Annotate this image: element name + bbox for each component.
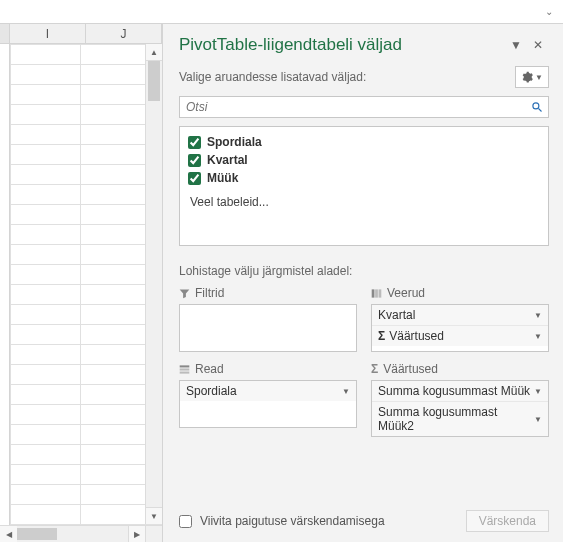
pane-title: PivotTable-liigendtabeli väljad <box>179 35 505 55</box>
filters-dropzone[interactable] <box>179 304 357 352</box>
area-item-label: Summa kogusummast Müük <box>378 384 530 398</box>
column-headers: I J <box>0 24 162 44</box>
area-title: Read <box>195 362 224 376</box>
scroll-thumb[interactable] <box>17 528 57 540</box>
columns-icon <box>371 288 382 299</box>
defer-layout-label: Viivita paigutuse värskendamisega <box>200 514 458 528</box>
area-item-label: Kvartal <box>378 308 415 322</box>
svg-rect-3 <box>375 289 378 297</box>
gear-icon <box>521 71 533 83</box>
svg-rect-7 <box>180 371 190 373</box>
area-item[interactable]: Summa kogusummast Müük2 ▼ <box>372 402 548 436</box>
area-title: Väärtused <box>383 362 438 376</box>
caret-down-icon[interactable]: ▼ <box>534 311 542 320</box>
field-label: Müük <box>207 171 238 185</box>
area-item-label: Väärtused <box>389 329 444 343</box>
svg-point-0 <box>533 103 539 109</box>
more-tables-link[interactable]: Veel tabeleid... <box>188 187 540 209</box>
scroll-up-button[interactable]: ▲ <box>146 44 162 61</box>
values-dropzone[interactable]: Summa kogusummast Müük ▼ Summa kogusumma… <box>371 380 549 437</box>
caret-down-icon[interactable]: ▼ <box>534 332 542 341</box>
rows-icon <box>179 364 190 375</box>
field-item[interactable]: Spordiala <box>188 133 540 151</box>
scroll-left-button[interactable]: ◀ <box>0 526 17 542</box>
field-label: Spordiala <box>207 135 262 149</box>
caret-down-icon: ▼ <box>535 73 543 82</box>
columns-area: Veerud Kvartal ▼ ΣVäärtused ▼ <box>371 286 549 352</box>
spreadsheet-grid[interactable]: I J ▲ ▼ ◀ ▶ <box>0 24 163 542</box>
caret-down-icon[interactable]: ▼ <box>342 387 350 396</box>
grid-cells[interactable] <box>0 44 162 542</box>
formula-bar-strip: ⌄ <box>0 0 563 24</box>
svg-line-1 <box>539 109 542 112</box>
search-icon[interactable] <box>526 101 548 113</box>
rows-area: Read Spordiala ▼ <box>179 362 357 437</box>
column-header[interactable]: J <box>86 24 162 44</box>
area-item[interactable]: Kvartal ▼ <box>372 305 548 326</box>
values-area: Σ Väärtused Summa kogusummast Müük ▼ Sum… <box>371 362 549 437</box>
columns-dropzone[interactable]: Kvartal ▼ ΣVäärtused ▼ <box>371 304 549 352</box>
choose-fields-label: Valige aruandesse lisatavad väljad: <box>179 70 515 84</box>
scroll-right-button[interactable]: ▶ <box>128 526 145 542</box>
field-checkbox[interactable] <box>188 154 201 167</box>
expand-chevron-icon[interactable]: ⌄ <box>545 6 553 17</box>
refresh-button: Värskenda <box>466 510 549 532</box>
area-item[interactable]: Spordiala ▼ <box>180 381 356 401</box>
close-pane-button[interactable]: ✕ <box>527 34 549 56</box>
horizontal-scrollbar[interactable]: ◀ ▶ <box>0 525 145 542</box>
area-item[interactable]: ΣVäärtused ▼ <box>372 326 548 346</box>
scroll-thumb[interactable] <box>148 61 160 101</box>
svg-rect-5 <box>180 365 190 367</box>
drag-areas-label: Lohistage välju järgmistel aladel: <box>163 246 563 286</box>
field-label: Kvartal <box>207 153 248 167</box>
scroll-corner <box>145 525 162 542</box>
pivottable-fields-pane: PivotTable-liigendtabeli väljad ▼ ✕ Vali… <box>163 24 563 542</box>
field-item[interactable]: Kvartal <box>188 151 540 169</box>
area-title: Veerud <box>387 286 425 300</box>
scroll-down-button[interactable]: ▼ <box>146 507 162 524</box>
field-list-settings-button[interactable]: ▼ <box>515 66 549 88</box>
search-fields-box[interactable] <box>179 96 549 118</box>
sigma-icon: Σ <box>371 362 378 376</box>
caret-down-icon[interactable]: ▼ <box>534 387 542 396</box>
column-header[interactable]: I <box>10 24 86 44</box>
vertical-scrollbar[interactable]: ▲ ▼ <box>145 44 162 524</box>
area-item-label: Spordiala <box>186 384 237 398</box>
filters-area: Filtrid <box>179 286 357 352</box>
sigma-icon: Σ <box>378 329 385 343</box>
area-item-label: Summa kogusummast Müük2 <box>378 405 534 433</box>
svg-rect-4 <box>379 289 382 297</box>
rows-dropzone[interactable]: Spordiala ▼ <box>179 380 357 428</box>
svg-rect-2 <box>372 289 375 297</box>
filter-icon <box>179 288 190 299</box>
defer-layout-checkbox[interactable] <box>179 515 192 528</box>
search-input[interactable] <box>180 100 526 114</box>
field-checkbox[interactable] <box>188 136 201 149</box>
svg-rect-6 <box>180 368 190 370</box>
field-item[interactable]: Müük <box>188 169 540 187</box>
pane-options-dropdown[interactable]: ▼ <box>505 34 527 56</box>
caret-down-icon[interactable]: ▼ <box>534 415 542 424</box>
select-all-corner[interactable] <box>0 24 10 44</box>
field-checkbox[interactable] <box>188 172 201 185</box>
area-title: Filtrid <box>195 286 224 300</box>
area-item[interactable]: Summa kogusummast Müük ▼ <box>372 381 548 402</box>
field-list[interactable]: Spordiala Kvartal Müük Veel tabeleid... <box>179 126 549 246</box>
